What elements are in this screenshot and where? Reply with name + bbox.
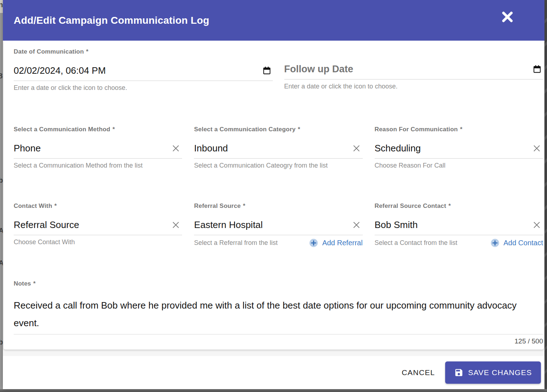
field-label: Contact With* <box>14 202 182 210</box>
hint-text: Choose Reason For Call <box>375 162 446 169</box>
field-hint: Select a Communication Method from the l… <box>14 162 182 169</box>
hint-text: Select a Communication Cateogry from the… <box>194 162 327 169</box>
notes-textarea[interactable]: Received a call from Bob where he provid… <box>14 297 517 332</box>
required-asterisk: * <box>448 202 451 209</box>
save-button-label: SAVE CHANGES <box>468 368 532 377</box>
field-reason-for-communication: Reason For Communication* Scheduling Cho… <box>375 126 543 169</box>
add-edit-communication-log-dialog: Add/Edit Campaign Communication Log Date… <box>3 0 544 389</box>
add-link-label: Add Referral <box>322 239 362 247</box>
communication-method-select[interactable]: Phone <box>14 143 41 154</box>
dialog-title: Add/Edit Campaign Communication Log <box>14 15 209 26</box>
field-hint: Enter a date or click the icon to choose… <box>284 83 543 90</box>
required-asterisk: * <box>298 126 300 133</box>
calendar-icon <box>262 66 271 75</box>
date-picker-button[interactable] <box>262 66 271 75</box>
page-backdrop-left: n 8 b A A b <box>0 0 3 392</box>
field-contact-with: Contact With* Referral Source Choose Con… <box>14 202 182 247</box>
backdrop-text-fragment: n <box>0 1 3 9</box>
label-text: Referral Source Contact <box>375 202 446 209</box>
reason-for-communication-select[interactable]: Scheduling <box>375 143 421 154</box>
field-follow-up-date: Follow up Date Enter a date or click the… <box>284 48 543 92</box>
page-backdrop-bottom <box>0 389 547 392</box>
field-hint: Enter a date or click the icon to choose… <box>14 84 273 92</box>
field-label: Date of Communication* <box>14 48 273 55</box>
clear-selection-button[interactable] <box>532 143 542 153</box>
clear-selection-button[interactable] <box>171 143 181 153</box>
cancel-button[interactable]: CANCEL <box>392 362 444 383</box>
page-backdrop-right <box>544 0 547 392</box>
date-picker-button[interactable] <box>533 65 542 74</box>
label-text: Select a Communication Category <box>194 126 295 133</box>
add-referral-link[interactable]: Add Referral <box>309 238 362 247</box>
label-text: Date of Communication <box>14 48 84 55</box>
field-hint: Choose Reason For Call <box>375 162 543 169</box>
dialog-footer: CANCEL SAVE CHANGES <box>3 356 544 389</box>
clear-selection-button[interactable] <box>532 220 542 230</box>
field-label: Select a Communication Method* <box>14 126 182 133</box>
label-text: Notes <box>14 280 31 287</box>
save-changes-button[interactable]: SAVE CHANGES <box>445 361 541 384</box>
hint-text: Enter a date or click the icon to choose… <box>284 83 398 90</box>
hint-text: Select a Communication Method from the l… <box>14 162 143 169</box>
required-asterisk: * <box>460 126 462 133</box>
field-label: Reason For Communication* <box>375 126 543 133</box>
label-text: Referral Source <box>194 202 241 209</box>
footer-gap <box>3 350 544 356</box>
field-date-of-communication: Date of Communication* 02/02/2024, 06:04… <box>14 48 273 92</box>
dialog-header: Add/Edit Campaign Communication Log <box>3 0 544 41</box>
field-communication-category: Select a Communication Category* Inbound… <box>194 126 362 169</box>
clear-x-icon <box>171 143 181 153</box>
required-asterisk: * <box>112 126 115 133</box>
field-hint: Select a Referral from the list Add Refe… <box>194 238 362 247</box>
field-notes: Notes* Received a call from Bob where he… <box>14 280 543 345</box>
clear-x-icon <box>352 143 361 153</box>
clear-x-icon <box>171 220 181 230</box>
field-hint: Select a Contact from the list Add Conta… <box>375 238 543 247</box>
backdrop-text-fragment: b <box>0 338 3 346</box>
field-label: Referral Source* <box>194 202 362 210</box>
close-button[interactable] <box>501 10 514 24</box>
field-label <box>284 48 543 55</box>
label-text: Reason For Communication <box>375 126 458 133</box>
required-asterisk: * <box>54 202 57 209</box>
date-of-communication-input[interactable]: 02/02/2024, 06:04 PM <box>14 65 106 76</box>
field-referral-source: Referral Source* Eastern Hospital Select… <box>194 202 362 247</box>
close-icon <box>501 10 514 23</box>
backdrop-text-fragment: A <box>0 259 3 267</box>
follow-up-date-input[interactable]: Follow up Date <box>284 64 353 75</box>
field-label: Notes* <box>14 280 543 287</box>
backdrop-text-fragment: A <box>0 227 3 235</box>
communication-category-select[interactable]: Inbound <box>194 143 228 154</box>
field-referral-source-contact: Referral Source Contact* Bob Smith Selec… <box>375 202 543 247</box>
field-hint: Choose Contact With <box>14 238 182 246</box>
required-asterisk: * <box>243 202 245 209</box>
label-text: Contact With <box>14 202 52 209</box>
required-asterisk: * <box>86 48 89 55</box>
label-text: Select a Communication Method <box>14 126 110 133</box>
field-hint: Select a Communication Cateogry from the… <box>194 162 362 169</box>
add-contact-link[interactable]: Add Contact <box>491 238 543 247</box>
field-communication-method: Select a Communication Method* Phone Sel… <box>14 126 182 169</box>
character-counter: 125 / 500 <box>14 337 543 345</box>
clear-x-icon <box>532 220 542 230</box>
referral-source-select[interactable]: Eastern Hospital <box>194 219 263 231</box>
hint-text: Select a Referral from the list <box>194 239 277 247</box>
notes-underline <box>14 334 543 334</box>
save-icon <box>454 368 464 377</box>
contact-with-select[interactable]: Referral Source <box>14 219 79 231</box>
plus-circle-icon <box>309 238 318 247</box>
field-label: Select a Communication Category* <box>194 126 362 133</box>
clear-x-icon <box>532 143 542 153</box>
referral-source-contact-select[interactable]: Bob Smith <box>375 219 418 231</box>
calendar-icon <box>533 65 542 74</box>
add-link-label: Add Contact <box>503 239 543 247</box>
clear-selection-button[interactable] <box>352 220 361 230</box>
hint-text: Choose Contact With <box>14 238 75 246</box>
backdrop-text-fragment: 8 <box>0 72 3 80</box>
clear-selection-button[interactable] <box>171 220 181 230</box>
plus-circle-icon <box>491 238 499 247</box>
clear-x-icon <box>352 220 361 230</box>
clear-selection-button[interactable] <box>352 143 361 153</box>
backdrop-text-fragment: b <box>0 176 3 184</box>
hint-text: Select a Contact from the list <box>375 239 457 247</box>
